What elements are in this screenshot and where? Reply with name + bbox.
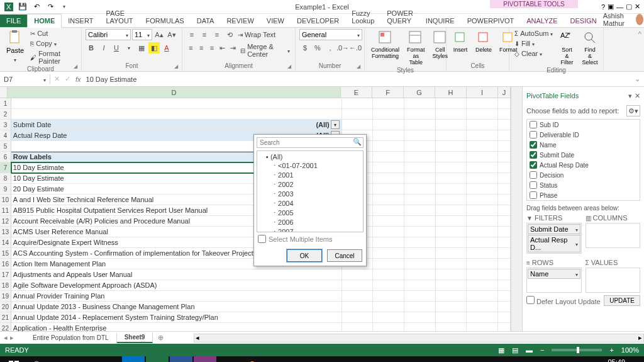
row-header-16[interactable]: 16 — [0, 259, 11, 269]
cancel-formula-icon[interactable]: ✕ — [54, 75, 60, 83]
enter-formula-icon[interactable]: ✓ — [65, 75, 70, 83]
font-size-combo[interactable]: 11 — [132, 29, 152, 40]
tab-power-query[interactable]: POWER QUERY — [380, 7, 419, 27]
filter-item[interactable]: ⋅ 2006 — [258, 218, 362, 227]
sort-filter-button[interactable]: AZSort & Filter — [557, 29, 577, 67]
paste-button[interactable]: Paste — [4, 29, 26, 64]
help-icon[interactable]: ? — [601, 3, 605, 11]
tray-clock[interactable]: 05:4914-Nov-2015 — [585, 359, 625, 362]
zoom-level[interactable]: 100% — [621, 346, 639, 354]
filter-item[interactable]: ⋅ <01-07-2001 — [258, 161, 362, 171]
bold-button[interactable]: B — [86, 42, 97, 54]
filter-item[interactable]: ⋅ 2003 — [258, 189, 362, 199]
shrink-font-icon[interactable]: A▾ — [166, 29, 177, 40]
update-button[interactable]: UPDATE — [604, 295, 640, 306]
sheet-grid[interactable]: DEFGHIJ 123Submit Date(All)▾4Actual Resp… — [0, 87, 511, 331]
task-search-icon[interactable]: 🔍 — [26, 356, 49, 362]
row-header-12[interactable]: 12 — [0, 216, 11, 227]
alignment-launcher-icon[interactable]: ◢ — [287, 64, 294, 70]
row-header-9[interactable]: 9 — [0, 184, 11, 195]
format-painter-button[interactable]: 🖌 Format Painter — [29, 49, 77, 65]
horizontal-scrollbar[interactable]: ◂▸ — [194, 334, 644, 342]
pivot-row-item[interactable]: Adjustments and Appeals User Manual — [11, 269, 342, 280]
area-item[interactable]: Actual Resp D... — [528, 235, 580, 252]
align-right-icon[interactable]: ≡ — [208, 42, 217, 54]
filter-tree[interactable]: ▪ (All)⋅ <01-07-2001⋅ 2001⋅ 2002⋅ 2003⋅ … — [257, 150, 364, 232]
fields-pane-close-icon[interactable]: ✕ — [635, 92, 640, 100]
align-left-icon[interactable]: ≡ — [186, 42, 196, 54]
area-values[interactable]: Σ VALUES — [586, 257, 641, 293]
row-header-15[interactable]: 15 — [0, 248, 11, 259]
pivot-filter-submit-date[interactable]: Submit Date(All)▾ — [11, 120, 342, 130]
row-header-19[interactable]: 19 — [0, 291, 11, 302]
user-name[interactable]: Ashish Mathur — [603, 12, 632, 27]
select-multiple-checkbox[interactable]: Select Multiple Items — [254, 232, 366, 246]
row-header-18[interactable]: 18 — [0, 280, 11, 291]
formula-bar[interactable]: 10 Day Estimate — [86, 76, 137, 83]
decrease-decimal-icon[interactable]: ←.0 — [350, 42, 361, 54]
number-format-combo[interactable]: General — [299, 29, 362, 40]
row-header-21[interactable]: 21 — [0, 312, 11, 323]
sheet-tab-2[interactable]: Sheet9 — [117, 332, 153, 343]
field-decision[interactable]: Decision — [527, 170, 640, 180]
tab-fuzzy-lookup[interactable]: Fuzzy Lookup — [345, 7, 380, 27]
fill-color-button[interactable]: ◧ — [148, 42, 160, 54]
insert-cells-button[interactable]: Insert — [450, 29, 470, 54]
conditional-formatting-button[interactable]: Conditional Formatting — [369, 29, 402, 60]
expand-formula-bar-icon[interactable]: ⌄ — [635, 75, 644, 83]
tab-inquire[interactable]: INQUIRE — [419, 14, 461, 27]
tab-formulas[interactable]: FORMULAS — [140, 14, 191, 27]
copy-button[interactable]: ⎘ Copy — [29, 39, 77, 48]
filter-ok-button[interactable]: OK — [287, 249, 322, 262]
row-header-14[interactable]: 14 — [0, 237, 11, 248]
save-icon[interactable]: 💾 — [18, 2, 28, 12]
pivot-row-item[interactable]: Application - Health Enterprise — [11, 323, 342, 331]
tab-file[interactable]: FILE — [0, 14, 27, 27]
filter-item[interactable]: ▪ (All) — [258, 152, 362, 161]
tab-developer[interactable]: DEVELOPER — [291, 14, 345, 27]
tab-page-layout[interactable]: PAGE LAYOUT — [99, 7, 139, 27]
zoom-in-icon[interactable]: + — [609, 346, 613, 354]
column-header-I[interactable]: I — [467, 87, 498, 98]
area-filters[interactable]: ▼ FILTERS Submit DateActual Resp D... — [526, 213, 582, 254]
delete-cells-button[interactable]: Delete — [473, 29, 494, 54]
column-header-E[interactable]: E — [341, 87, 372, 98]
percent-format-icon[interactable]: % — [312, 42, 323, 54]
qat-customize-icon[interactable] — [59, 2, 69, 12]
filter-search-input[interactable] — [257, 138, 352, 147]
merge-center-button[interactable]: ⊟ Merge & Center — [239, 42, 291, 59]
tab-view[interactable]: VIEW — [260, 14, 291, 27]
column-header-F[interactable]: F — [372, 87, 404, 98]
column-header-G[interactable]: G — [404, 87, 435, 98]
wrap-text-button[interactable]: ⇥ Wrap Text — [236, 29, 277, 40]
font-name-combo[interactable]: Calibri — [86, 29, 131, 40]
format-as-table-button[interactable]: Format as Table — [404, 29, 428, 67]
align-middle-icon[interactable]: ≡ — [199, 29, 210, 40]
filter-dropdown-icon[interactable]: ▾ — [331, 120, 340, 129]
filter-item[interactable]: ⋅ 2004 — [258, 199, 362, 208]
underline-dropdown-icon[interactable] — [123, 42, 135, 54]
paste-dropdown-icon[interactable] — [14, 55, 16, 63]
row-header-2[interactable]: 2 — [0, 109, 11, 120]
row-header-8[interactable]: 8 — [0, 173, 11, 184]
pivot-row-item[interactable]: Annual Provider Training Plan — [11, 291, 342, 302]
area-item[interactable]: Name — [528, 269, 580, 279]
row-header-22[interactable]: 22 — [0, 323, 11, 331]
field-list[interactable]: Sub ID Deliverable ID Name Submit Date A… — [526, 119, 640, 201]
vertical-scrollbar[interactable] — [511, 87, 522, 331]
view-page-layout-icon[interactable]: ▤ — [512, 346, 518, 354]
select-all-corner[interactable] — [0, 87, 8, 98]
task-word-icon[interactable]: W — [170, 356, 192, 362]
column-header-J[interactable]: J — [498, 87, 511, 98]
increase-indent-icon[interactable]: ⇥ — [228, 42, 238, 54]
tab-insert[interactable]: INSERT — [62, 14, 99, 27]
underline-button[interactable]: U — [111, 42, 122, 54]
task-snipping-icon[interactable]: ✂ — [218, 356, 240, 362]
area-rows[interactable]: ≡ ROWS Name — [526, 257, 582, 293]
clear-button[interactable]: ◇ Clear — [513, 49, 554, 58]
tab-review[interactable]: REVIEW — [220, 14, 260, 27]
task-explorer-icon[interactable]: 📁 — [98, 356, 121, 362]
row-header-7[interactable]: 7 — [0, 162, 11, 173]
clipboard-launcher-icon[interactable]: ◢ — [74, 64, 80, 70]
row-header-11[interactable]: 11 — [0, 205, 11, 216]
